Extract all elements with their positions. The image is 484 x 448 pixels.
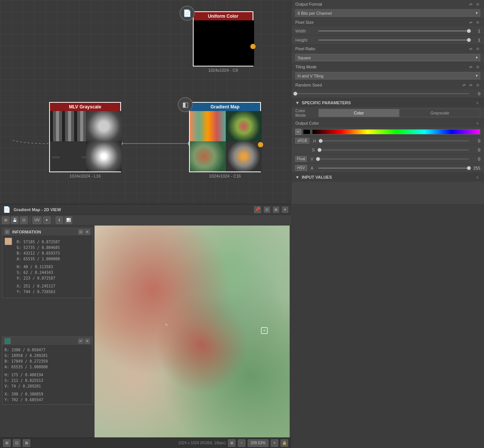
bits-per-channel-dropdown[interactable]: 8 Bits per Channel ▾ [295,9,480,17]
gradient-view-image: ↖ [95,226,290,440]
saturation-slider[interactable] [320,150,469,150]
detach-icon[interactable]: ⊞ [273,207,279,213]
toolbar-info-icon[interactable]: ℹ [56,216,63,224]
status-zoom-minus[interactable]: − [238,439,245,447]
view-main[interactable]: ↖ [95,226,290,440]
gradient-map-node[interactable]: Gradient Map 1024x1024 - C16 [189,102,261,178]
specific-params-section: ▼ SPECIFIC PARAMETERS ≡ [292,98,484,107]
status-zoom-plus[interactable]: + [271,439,278,447]
width-row: Width 1 [292,26,484,36]
uniform-output-connector[interactable] [250,44,256,49]
input-values-chevron[interactable]: ▼ [295,175,299,179]
output-format-icon2[interactable]: ⚙ [475,2,480,7]
height-slider[interactable] [318,40,469,40]
status-lock-icon[interactable]: 🔒 [281,439,288,447]
info-panel-close[interactable]: ✕ [85,229,90,235]
pixel-ratio-header: Pixel Ratio ⇄ ⚙ [292,45,484,53]
status-right: 1024 x 1024 (RGBA, 16bpc) ⊞ − 209.53% + … [178,439,288,447]
float-row: Float V 0 [292,154,484,164]
gradient-size-label: 1024x1024 - C16 [209,174,241,178]
close-icon[interactable]: ✕ [282,207,288,213]
pin-icon[interactable]: 📌 [254,206,261,213]
status-grid-icon[interactable]: ⊞ [3,439,11,447]
hue-row: sRGB H 0 [292,136,484,145]
info-panel2-close[interactable]: ✕ [85,338,90,344]
v-label: V [310,157,316,161]
random-seed-slider[interactable] [295,93,469,94]
color-swatch-display[interactable] [303,129,310,134]
tiling-mode-dropdown[interactable]: H and V Tiling ▾ [295,72,480,79]
status-fit-icon[interactable]: ⊞ [228,439,236,447]
toolbar-copy-icon[interactable]: ⊡ [20,216,28,224]
tiling-mode-row: H and V Tiling ▾ [292,71,484,81]
toolbar-layers-icon[interactable]: ⊞ [2,216,9,224]
right-panel: Output Format ⇄ ⚙ 8 Bits per Channel ▾ P… [291,0,484,204]
info-panel2-eyedropper[interactable]: ✏ [78,338,84,344]
status-bar: ⊞ ⊡ 🖥 1024 x 1024 (RGBA, 16bpc) ⊞ − 209.… [0,437,291,448]
uniform-color-node-icon[interactable]: 📄 [180,6,195,21]
status-expand-icon[interactable]: ⊡ [13,439,20,447]
h-label: H [313,139,318,143]
expand-icon[interactable]: ⊡ [264,207,270,213]
eyedropper-icon[interactable]: ✏ [295,129,301,135]
s-label: S [312,148,317,152]
view-node-icon: 📄 [3,206,11,213]
image-info: 1024 x 1024 (RGBA, 16bpc) [178,441,226,445]
info-data-1: R: 57185 / 0.872587 G: 52735 / 0.804685 … [14,238,62,296]
color-mode-grayscale-btn[interactable]: Grayscale [399,109,480,117]
tiling-mode-header: Tiling Mode ⇄ ⚙ [292,63,484,71]
hsv-badge[interactable]: HSV [295,165,307,171]
info-panel-header: ⊡ INFORMATION ⊡ ✕ [2,228,92,236]
crosshair-indicator [261,327,268,334]
pixel-size-icon2[interactable]: ⚙ [475,20,480,25]
info-panel-icon[interactable]: ⊡ [5,229,10,235]
canvas-area: 📄 Uniform Color 1024x1024 - C8 ◧ MLV Gra… [0,0,291,204]
zoom-level[interactable]: 209.53% [248,439,268,447]
info-color-swatch-1 [5,238,12,245]
info-panel-collapse[interactable]: ⊡ [78,229,84,235]
gradient-output-connector[interactable] [258,142,263,147]
width-slider[interactable] [318,31,469,31]
saturation-row: S 0 [292,145,484,154]
pixel-ratio-dropdown[interactable]: Square ▾ [295,54,480,61]
gradient-header: Gradient Map [190,103,260,111]
pixel-size-icon1[interactable]: ⇄ [468,20,473,25]
info-panel-2-header: ✏ ✕ [2,337,92,346]
random-seed-shuffle-icon[interactable]: ⇄ [461,82,467,88]
alpha-row: HSV A 255 [292,164,484,173]
info-color-swatch-2 [5,338,11,344]
view-header: 📄 Gradient Map - 2D VIEW 📌 ⊡ ⊞ ✕ [0,204,291,215]
color-gradient-bar[interactable] [312,129,480,134]
bits-per-channel-row: 8 Bits per Channel ▾ [292,8,484,18]
view-panel: 📄 Gradient Map - 2D VIEW 📌 ⊡ ⊞ ✕ ⊞ 💾 ⊡ U… [0,204,291,448]
float-badge[interactable]: Float [295,156,307,162]
mlv-header: MLV Grayscale [50,103,120,111]
pixel-size-header: Pixel Size ⇄ ⚙ [292,18,484,26]
gradient-map-node-icon[interactable]: ◧ [178,97,193,112]
info-panel-2: ✏ ✕ R: 3308 / 0.050477 G: 18958 / 0.2892… [2,337,93,405]
toolbar-save-icon[interactable]: 💾 [11,216,19,224]
output-format-icon1[interactable]: ⇄ [468,2,473,7]
value-slider[interactable] [318,159,469,159]
toolbar-arrow-icon[interactable]: ▾ [43,216,51,224]
color-mode-row: Color Mode Color Grayscale [292,107,484,119]
height-row: Height 1 [292,36,484,45]
uniform-color-node[interactable]: Uniform Color 1024x1024 - C8 [193,11,253,73]
random-seed-header: Random Seed ⇄ ⇄ ⚙ [292,81,484,89]
srgb-badge[interactable]: sRGB [295,138,309,144]
hue-slider[interactable] [321,141,469,141]
mlv-grayscale-node[interactable]: MLV Grayscale 1024x1024 - L16 [49,102,121,178]
cursor-icon: ↖ [165,322,169,328]
specific-params-chevron[interactable]: ▼ [295,100,299,105]
toolbar-sep2 [53,217,53,223]
status-window-icon[interactable]: 🖥 [23,439,30,447]
color-mode-color-btn[interactable]: Color [318,109,399,117]
toolbar-chart-icon[interactable]: 📊 [65,216,72,224]
a-label: A [311,166,316,170]
info-panel-title: INFORMATION [12,230,41,234]
input-values-section: ▼ INPUT VALUES ≡ [292,173,484,182]
output-color-header: Output Color ≡ [292,119,484,127]
alpha-slider[interactable] [318,168,469,168]
toolbar-uv-icon[interactable]: UV [33,216,42,224]
color-picker-row: ✏ [292,127,484,136]
